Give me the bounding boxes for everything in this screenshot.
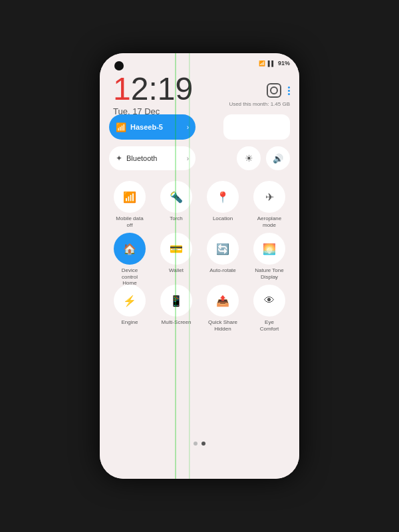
battery-indicator: 91%: [278, 60, 290, 66]
location-label: Location: [213, 215, 233, 222]
torch-icon: 🔦: [170, 191, 183, 203]
toggle-grid-row3: ⚡ Engine 📱 Multi-Screen 📤 Quick ShareHid…: [109, 285, 290, 332]
toggle-grid-row2: 🏠 DevicecontrolHome 💳 Wallet 🔄 Auto-rota…: [109, 233, 290, 287]
toggle-engine[interactable]: ⚡ Engine: [109, 285, 150, 332]
toggle-multi-screen[interactable]: 📱 Multi-Screen: [156, 285, 197, 332]
camera-shortcut-button[interactable]: [267, 83, 281, 98]
toggle-grid-row1: 📶 Mobile dataoff 🔦 Torch 📍 Location ✈: [109, 181, 290, 228]
wifi-ssid-label: Haseeb-5: [130, 123, 183, 131]
quick-share-label: Quick ShareHidden: [208, 319, 237, 332]
engine-circle: ⚡: [114, 285, 146, 317]
toggle-auto-rotate[interactable]: 🔄 Auto-rotate: [202, 233, 243, 287]
toggle-device-control[interactable]: 🏠 DevicecontrolHome: [109, 233, 150, 287]
device-control-label: DevicecontrolHome: [122, 267, 138, 287]
brightness-volume-area: ☀ 🔊: [237, 146, 290, 170]
eye-comfort-circle: 👁: [253, 285, 285, 317]
screen: 📶 ▌▌ 91% 12:19 Tue, 17 Dec Used this mon…: [100, 53, 299, 479]
bluetooth-icon: ✦: [116, 154, 122, 163]
data-usage-label: Used this month: 1.45 GB: [229, 101, 290, 107]
location-icon: 📍: [216, 191, 229, 203]
clock-rest: 2:19: [131, 71, 193, 106]
page-dot-2: [201, 442, 205, 446]
toggle-mobile-data[interactable]: 📶 Mobile dataoff: [109, 181, 150, 228]
bluetooth-chevron-icon: ›: [187, 155, 189, 162]
aeroplane-icon: ✈: [265, 191, 274, 203]
eye-comfort-label: EyeComfort: [260, 319, 279, 332]
page-dots: [100, 442, 299, 446]
quick-share-icon: 📤: [216, 295, 229, 307]
toggle-eye-comfort[interactable]: 👁 EyeComfort: [249, 285, 290, 332]
toggle-quick-share[interactable]: 📤 Quick ShareHidden: [202, 285, 243, 332]
wifi-tile[interactable]: 📶 Haseeb-5 ›: [109, 114, 196, 140]
multi-screen-icon: 📱: [170, 295, 183, 307]
engine-icon: ⚡: [123, 295, 136, 307]
auto-rotate-icon: 🔄: [216, 243, 229, 255]
toggle-nature-tone[interactable]: 🌅 Nature ToneDisplay: [249, 233, 290, 287]
page-dot-1: [194, 442, 198, 446]
clock-area: 12:19 Tue, 17 Dec: [113, 73, 193, 116]
wifi-chevron-icon: ›: [187, 124, 189, 131]
location-circle: 📍: [207, 181, 239, 213]
bluetooth-label: Bluetooth: [126, 154, 183, 162]
multi-screen-circle: 📱: [160, 285, 192, 317]
volume-button[interactable]: 🔊: [266, 146, 290, 170]
top-right-icons: [267, 83, 290, 98]
mobile-data-circle: 📶: [114, 181, 146, 213]
auto-rotate-label: Auto-rotate: [209, 267, 236, 274]
engine-label: Engine: [122, 319, 138, 326]
more-options-button[interactable]: [288, 86, 290, 95]
clock-time: 12:19: [113, 73, 193, 105]
mobile-data-label: Mobile dataoff: [116, 215, 143, 228]
wifi-icon: 📶: [116, 122, 126, 132]
dot1: [288, 86, 290, 88]
empty-quick-tile: [223, 114, 290, 140]
wifi-status-icon: 📶: [259, 61, 265, 66]
phone-frame: 📶 ▌▌ 91% 12:19 Tue, 17 Dec Used this mon…: [100, 53, 299, 479]
eye-comfort-icon: 👁: [264, 295, 275, 307]
torch-circle: 🔦: [160, 181, 192, 213]
auto-rotate-circle: 🔄: [207, 233, 239, 265]
quick-share-circle: 📤: [207, 285, 239, 317]
toggle-wallet[interactable]: 💳 Wallet: [156, 233, 197, 287]
aeroplane-circle: ✈: [253, 181, 285, 213]
volume-icon: 🔊: [273, 154, 283, 164]
toggle-aeroplane[interactable]: ✈ Aeroplanemode: [249, 181, 290, 228]
dot3: [288, 93, 290, 95]
dot2: [288, 90, 290, 92]
toggle-location[interactable]: 📍 Location: [202, 181, 243, 228]
aeroplane-label: Aeroplanemode: [257, 215, 281, 228]
wallet-icon: 💳: [170, 243, 183, 255]
wallet-circle: 💳: [160, 233, 192, 265]
home-icon: 🏠: [123, 243, 136, 255]
wallet-label: Wallet: [169, 267, 184, 274]
nature-tone-icon: 🌅: [263, 243, 276, 255]
torch-label: Torch: [170, 215, 183, 222]
toggle-torch[interactable]: 🔦 Torch: [156, 181, 197, 228]
clock-hour-colored: 1: [113, 71, 131, 106]
brightness-button[interactable]: ☀: [237, 146, 261, 170]
nature-tone-label: Nature ToneDisplay: [255, 267, 283, 280]
brightness-icon: ☀: [245, 153, 253, 164]
nature-tone-circle: 🌅: [253, 233, 285, 265]
signal-icon: ▌▌: [268, 61, 275, 66]
status-bar: 📶 ▌▌ 91%: [259, 60, 290, 66]
mobile-data-icon: 📶: [123, 191, 136, 203]
bluetooth-tile[interactable]: ✦ Bluetooth ›: [109, 146, 196, 170]
camera-hole: [114, 61, 124, 70]
multi-screen-label: Multi-Screen: [162, 319, 192, 326]
device-control-circle: 🏠: [114, 233, 146, 265]
